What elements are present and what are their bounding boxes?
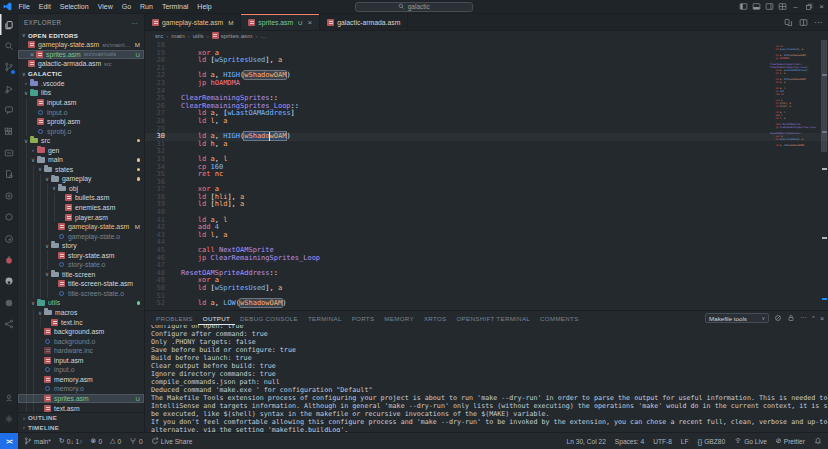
tree-item-macros[interactable]: ∨macros (18, 308, 144, 318)
activitybar-item-account[interactable] (0, 387, 18, 408)
tree-item-src[interactable]: ∨src (18, 136, 144, 146)
status-errors[interactable]: ⊗0 (91, 437, 103, 445)
maximize-panel-icon[interactable]: ^ (812, 315, 815, 321)
panel-tab-memory[interactable]: MEMORY (379, 311, 419, 325)
close-tab-icon[interactable]: × (308, 18, 313, 27)
tree-item-story-state.o[interactable]: story-state.o (18, 260, 144, 270)
open-editor-gameplay-state.asm[interactable]: gameplay-state.asmsrc\main\stat...M (18, 40, 144, 50)
tree-item-input.asm[interactable]: input.asm (18, 98, 144, 108)
panel-tab-debug-console[interactable]: DEBUG CONSOLE (235, 311, 303, 325)
activitybar-item-gitlens[interactable] (0, 228, 18, 249)
activitybar-item-remote-window[interactable] (0, 142, 18, 163)
tree-item-sprites.asm[interactable]: sprites.asmU (18, 394, 144, 404)
activitybar-item-makefile-tools[interactable] (0, 164, 18, 185)
status-notifications[interactable] (814, 437, 822, 446)
tree-item-story[interactable]: ∨story (18, 241, 144, 251)
menu-run[interactable]: Run (136, 0, 158, 13)
menu-selection[interactable]: Selection (55, 0, 93, 13)
toggle-secondary-sidebar-icon[interactable] (763, 0, 776, 13)
tree-item-player.asm[interactable]: player.asm (18, 212, 144, 222)
close-panel-icon[interactable]: × (820, 315, 824, 322)
panel-tab-openshift-terminal[interactable]: OPENSHIFT TERMINAL (451, 311, 535, 325)
open-editors-section[interactable]: ∨ OPEN EDITORS (18, 30, 144, 40)
tree-item-libs[interactable]: ∨libs (18, 88, 144, 98)
tree-item-.vscode[interactable]: ›.vscode (18, 79, 144, 89)
tree-item-hardware.inc[interactable]: hardware.inc (18, 346, 144, 356)
breadcrumb-item-src[interactable]: src (155, 32, 163, 39)
open-editor-galactic-armada.asm[interactable]: galactic-armada.asmsrc (18, 59, 144, 69)
command-center-search[interactable]: galactic (355, 2, 473, 13)
timeline-section[interactable]: › TIMELINE (18, 423, 144, 433)
scrollbar-thumb[interactable] (821, 40, 827, 152)
explorer-more-actions-icon[interactable]: ⋯ (131, 19, 138, 26)
tree-item-input.asm[interactable]: input.asm (18, 356, 144, 366)
output-channel-select[interactable]: Makefile tools ∨ (705, 313, 769, 324)
panel-tab-ports[interactable]: PORTS (347, 311, 380, 325)
toggle-primary-sidebar-icon[interactable] (737, 0, 750, 13)
activitybar-item-source-control[interactable] (0, 57, 18, 78)
tree-item-states[interactable]: ∨states (18, 165, 144, 175)
customize-layout-icon[interactable] (776, 0, 789, 13)
tree-item-memory.asm[interactable]: memory.asm (18, 375, 144, 385)
activitybar-item-live-share[interactable] (0, 100, 18, 121)
activitybar-item-settings[interactable] (0, 409, 18, 430)
panel-more-icon[interactable]: ⋯ (800, 314, 807, 322)
panel-tab-terminal[interactable]: TERMINAL (303, 311, 347, 325)
tree-item-gameplay-state.o[interactable]: gameplay-state.o (18, 231, 144, 241)
status-encoding[interactable]: UTF-8 (653, 438, 672, 445)
panel-tab-problems[interactable]: PROBLEMS (151, 311, 198, 325)
output-console[interactable]: Configure on open: trueConfigure after c… (145, 325, 828, 432)
clear-output-icon[interactable] (774, 314, 782, 322)
open-editor-sprites.asm[interactable]: ×sprites.asmsrc\main\utilsU (18, 50, 144, 60)
tree-item-utils[interactable]: ∨utils (18, 298, 144, 308)
restore-icon[interactable] (802, 0, 815, 13)
tree-item-story-state.asm[interactable]: story-state.asm (18, 250, 144, 260)
activitybar-item-berry[interactable] (0, 249, 18, 270)
breadcrumb-item-main[interactable]: main (171, 32, 184, 39)
tab-sprites.asm[interactable]: sprites.asmU× (241, 14, 320, 30)
tab-galactic-armada.asm[interactable]: galactic-armada.asm (320, 14, 408, 30)
breadcrumb-item-utils[interactable]: utils (193, 32, 204, 39)
panel-tab-xrtos[interactable]: XRTOS (419, 311, 452, 325)
panel-tab-comments[interactable]: COMMENTS (535, 311, 584, 325)
open-changes-icon[interactable] (784, 13, 793, 31)
lock-scroll-icon[interactable] (787, 314, 795, 322)
tree-item-title-screen-state.asm[interactable]: title-screen-state.asm (18, 279, 144, 289)
tree-item-obj[interactable]: ∨obj (18, 184, 144, 194)
menu-view[interactable]: View (93, 0, 117, 13)
workspace-section[interactable]: ∨ GALACTIC (18, 69, 144, 79)
tree-item-background.asm[interactable]: background.asm (18, 327, 144, 337)
tree-item-gameplay-state.asm[interactable]: gameplay-state.asmM (18, 222, 144, 232)
breadcrumb-item-sprites.asm[interactable]: sprites.asm (212, 32, 253, 39)
tree-item-enemies.asm[interactable]: enemies.asm (18, 203, 144, 213)
close-icon[interactable]: × (815, 0, 828, 13)
activitybar-item-search[interactable] (0, 35, 18, 56)
menu-file[interactable]: File (14, 0, 34, 13)
toggle-panel-icon[interactable] (750, 0, 763, 13)
status-warnings[interactable]: △0 (110, 437, 121, 445)
tree-item-text.inc[interactable]: text.inc (18, 317, 144, 327)
tree-item-background.o[interactable]: background.o (18, 336, 144, 346)
tab-gameplay-state.asm[interactable]: gameplay-state.asmM (145, 14, 241, 30)
tree-item-memory.o[interactable]: memory.o (18, 384, 144, 394)
tree-item-gen[interactable]: ›gen (18, 145, 144, 155)
status-ports[interactable]: 0 (129, 437, 143, 446)
status-git-sync[interactable]: ↻0↓ 1↑ (59, 437, 83, 445)
status-live-share[interactable]: Live Share (151, 437, 193, 446)
tree-item-title-screen[interactable]: ∨title-screen (18, 270, 144, 280)
minimize-icon[interactable]: – (789, 0, 802, 13)
activitybar-item-run-and-debug[interactable] (0, 78, 18, 99)
tree-item-main[interactable]: ∨main (18, 155, 144, 165)
activitybar-item-record-circle[interactable] (0, 207, 18, 228)
status-go-live[interactable]: Go Live (734, 437, 767, 446)
breadcrumb-item-…[interactable]: … (260, 32, 266, 39)
tree-item-gameplay[interactable]: ∨gameplay (18, 174, 144, 184)
menu-terminal[interactable]: Terminal (157, 0, 192, 13)
split-editor-icon[interactable] (799, 13, 808, 31)
menu-help[interactable]: Help (193, 0, 216, 13)
more-actions-icon[interactable]: ⋯ (814, 18, 822, 27)
status-indentation[interactable]: Spaces: 4 (615, 438, 644, 445)
editor-scrollbar[interactable] (820, 40, 828, 310)
activitybar-item-gear-circle[interactable] (0, 185, 18, 206)
remote-indicator[interactable]: >< (0, 433, 18, 449)
